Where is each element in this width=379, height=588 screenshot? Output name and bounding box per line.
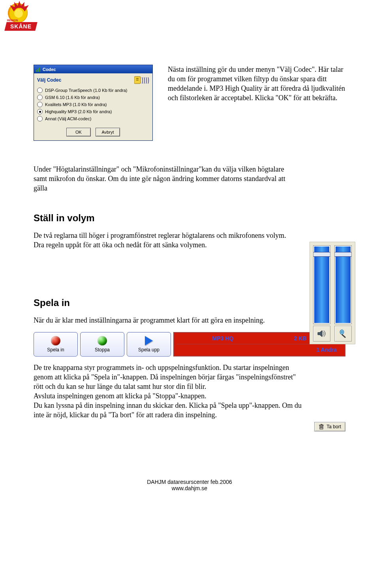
cancel-button[interactable]: Avbryt — [96, 128, 120, 136]
svg-marker-7 — [318, 330, 322, 337]
codec-option-1[interactable]: GSM 6.10 (1.6 Kb för andra) — [37, 94, 149, 101]
record-icon — [51, 336, 60, 345]
codec-option-label: GSM 6.10 (1.6 Kb för andra) — [45, 95, 100, 100]
codec-dialog: Codec Välj Codec DSP-Group TrueSpeech (1… — [34, 65, 153, 141]
speaker-icon — [317, 330, 326, 338]
svg-rect-6 — [136, 80, 139, 80]
svg-rect-2 — [38, 68, 39, 72]
speaker-button[interactable] — [313, 326, 330, 342]
codec-option-0[interactable]: DSP-Group TrueSpeech (1.0 Kb för andra) — [37, 87, 149, 94]
codec-option-label: Kvalitets MP3 (1.0 Kb för andra) — [45, 102, 107, 107]
stop-icon — [98, 336, 107, 345]
svg-rect-3 — [39, 67, 40, 72]
footer-line-2: www.dahjm.se — [34, 485, 345, 491]
radio-icon — [37, 95, 43, 100]
radio-icon — [37, 88, 43, 93]
codec-option-2[interactable]: Kvalitets MP3 (1.0 Kb för andra) — [37, 101, 149, 108]
paragraph-record-intro: När du är klar med inställningarna är pr… — [34, 315, 345, 325]
radio-icon — [37, 116, 43, 121]
stop-button[interactable]: Stoppa — [80, 332, 124, 357]
paragraph-codec: Nästa inställning gör du under menyn "Vä… — [168, 65, 345, 103]
play-icon — [145, 336, 153, 345]
speaker-volume-slider[interactable] — [313, 245, 330, 324]
radio-icon — [37, 109, 43, 114]
paragraph-settings: Under "Högtalarinställningar" och "Mikro… — [34, 164, 286, 193]
svg-rect-1 — [37, 69, 38, 72]
status-codec: MP3 HQ — [212, 335, 234, 342]
delete-button[interactable]: Ta bort — [314, 422, 345, 431]
record-toolbar: Spela in Stoppa Spela upp MP3 HQ 2 KB 1 … — [34, 332, 345, 357]
codec-option-label: Highquality MP3 (2.0 Kb för andra) — [45, 109, 112, 114]
heading-record: Spela in — [34, 297, 345, 308]
heading-volume: Ställ in volym — [34, 213, 286, 224]
codec-option-3[interactable]: Highquality MP3 (2.0 Kb för andra) — [37, 108, 149, 115]
play-label: Spela upp — [138, 347, 159, 353]
status-other: 1 Andra — [316, 347, 337, 353]
codec-tools-icon — [134, 76, 149, 84]
codec-option-4[interactable]: Annat (Välj ACM-codec) — [37, 115, 149, 122]
footer-line-1: DAHJM dataresurscenter feb.2006 — [34, 479, 345, 485]
codec-option-label: DSP-Group TrueSpeech (1.0 Kb för andra) — [45, 88, 128, 93]
codec-titlebar: Codec — [34, 65, 152, 73]
codec-window-title: Codec — [43, 67, 56, 72]
svg-rect-5 — [136, 78, 139, 79]
record-label: Spela in — [47, 347, 64, 353]
paragraph-volume: De två reglarna till höger i programföns… — [34, 231, 286, 250]
delete-label: Ta bort — [326, 424, 341, 429]
logo-region-text: REGION — [7, 19, 18, 22]
microphone-button[interactable] — [334, 326, 352, 342]
volume-panel — [310, 242, 355, 344]
logo-brand-bar: SKÅNE — [4, 22, 37, 31]
status-size: 2 KB — [294, 335, 306, 342]
ok-button[interactable]: OK — [66, 128, 91, 136]
microphone-icon — [339, 329, 347, 338]
codec-heading: Välj Codec — [37, 77, 61, 83]
mic-volume-slider[interactable] — [334, 245, 352, 324]
page-footer: DAHJM dataresurscenter feb.2006 www.dahj… — [34, 479, 345, 491]
paragraph-record-body: De tre knapparna styr programmets in- oc… — [34, 363, 306, 420]
region-skane-logo: REGION SKÅNE — [6, 3, 33, 31]
codec-option-label: Annat (Välj ACM-codec) — [45, 116, 91, 121]
app-icon — [36, 67, 41, 72]
record-button[interactable]: Spela in — [34, 332, 78, 357]
trash-icon — [319, 424, 324, 430]
play-button[interactable]: Spela upp — [127, 332, 171, 357]
svg-rect-0 — [36, 70, 37, 72]
stop-label: Stoppa — [95, 347, 110, 353]
radio-icon — [37, 102, 43, 107]
